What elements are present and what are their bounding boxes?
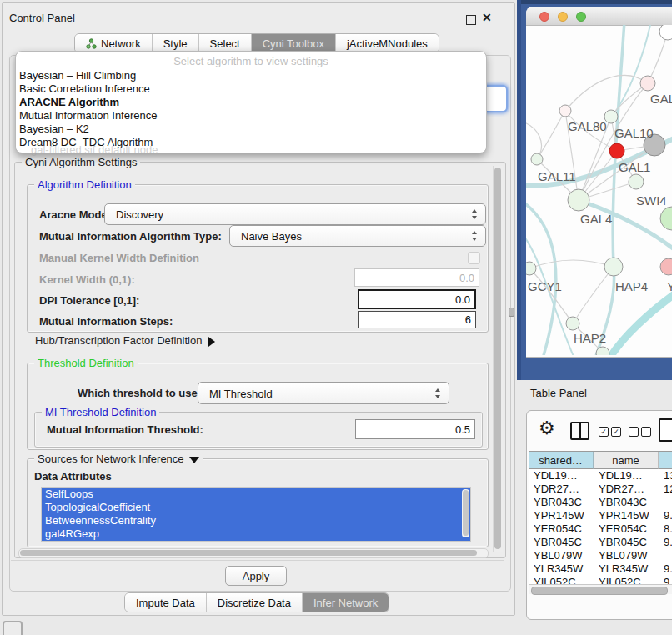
- aracne-mode-value: Discovery: [116, 208, 163, 221]
- tab-network[interactable]: Network: [75, 34, 152, 52]
- frame-top-edge: [517, 0, 672, 4]
- mi-threshold-definition-title: MI Threshold Definition: [42, 406, 159, 418]
- column-header-shared[interactable]: shared…: [529, 452, 594, 469]
- dropdown-placeholder: Select algorithm to view settings: [16, 55, 486, 68]
- node-hap2[interactable]: [566, 317, 579, 330]
- node-partial-top[interactable]: [659, 25, 672, 40]
- dropdown-item-aracne[interactable]: ARACNE Algorithm: [19, 96, 119, 109]
- node-partial-right[interactable]: [660, 207, 672, 230]
- tab-discretize-data[interactable]: Discretize Data: [206, 593, 302, 612]
- table-row[interactable]: YER054C YER054C 8.: [529, 522, 672, 536]
- which-threshold-combo[interactable]: MI Threshold: [198, 382, 449, 404]
- node-label: GCY1: [528, 279, 562, 293]
- dpi-tolerance-field[interactable]: 0.0: [358, 289, 476, 309]
- attribute-list-scrollbar[interactable]: [462, 489, 469, 538]
- settings-horizontal-scrollbar[interactable]: [18, 548, 489, 558]
- network-icon: [86, 38, 97, 49]
- table-row[interactable]: YBL079W YBL079W: [529, 549, 672, 562]
- dropdown-item[interactable]: Bayesian – Hill Climbing: [19, 69, 136, 82]
- kernel-width-field[interactable]: 0.0: [354, 268, 479, 287]
- dropdown-item[interactable]: Mutual Information Inference: [19, 109, 157, 122]
- network-window-titlebar[interactable]: [526, 7, 672, 26]
- table-row[interactable]: YDL19… YDL19… 13: [529, 469, 672, 482]
- sources-group-title[interactable]: Sources for Network Inference: [34, 452, 203, 465]
- tab-impute-data[interactable]: Impute Data: [125, 593, 206, 612]
- stepper-arrows-icon: [435, 388, 441, 398]
- expand-arrow-icon[interactable]: [208, 337, 215, 347]
- node-gal11[interactable]: [531, 153, 543, 165]
- table-row[interactable]: YLR345W YLR345W 9.: [529, 562, 672, 576]
- hub-tf-definition-label: Hub/Transcription Factor Definition: [35, 334, 202, 347]
- bottom-tabbar: Impute Data Discretize Data Infer Networ…: [124, 592, 389, 612]
- node-label: GAL11: [538, 169, 576, 183]
- collapse-arrow-icon[interactable]: [189, 457, 199, 463]
- table-row[interactable]: YDR27… YDR27… 12: [529, 482, 672, 496]
- node-swi4[interactable]: [629, 174, 644, 189]
- table-panel-title: Table Panel: [530, 387, 587, 399]
- manual-kernel-width-checkbox[interactable]: [468, 252, 480, 264]
- document-icon[interactable]: [659, 418, 672, 442]
- node-gal-partial[interactable]: [640, 76, 655, 91]
- mi-algorithm-type-combo[interactable]: Naive Bayes: [229, 225, 486, 247]
- unchecked-checkbox-icon[interactable]: [629, 427, 639, 437]
- checked-checkbox-icon[interactable]: ✓: [599, 427, 609, 437]
- algorithm-dropdown[interactable]: Select algorithm to view settings Bayesi…: [15, 51, 487, 153]
- dropdown-item[interactable]: Basic Correlation Inference: [19, 82, 150, 96]
- mi-steps-field[interactable]: 6: [358, 311, 476, 328]
- ghost-combo-text: gal-filtered.sif default node: [31, 143, 158, 156]
- aracne-mode-combo[interactable]: Discovery: [104, 203, 486, 225]
- column-header-partial[interactable]: [659, 452, 672, 469]
- algorithm-definition-title: Algorithm Definition: [34, 178, 135, 191]
- minimize-window-icon[interactable]: [558, 12, 568, 22]
- aracne-mode-label: Aracne Mode:: [39, 208, 111, 221]
- data-attributes-label: Data Attributes: [34, 470, 112, 482]
- node-label: Y: [667, 279, 672, 293]
- settings-vertical-scrollbar[interactable]: [493, 166, 503, 552]
- close-window-icon[interactable]: [539, 12, 549, 22]
- node-table[interactable]: shared… name YDL19… YDL19… 13 YDR27… YDR…: [529, 451, 672, 588]
- unchecked-checkbox-icon[interactable]: [641, 427, 651, 437]
- dropdown-item[interactable]: Bayesian – K2: [19, 122, 89, 136]
- table-row[interactable]: YBR045C YBR045C 9.: [529, 536, 672, 549]
- gear-icon[interactable]: ⚙: [539, 418, 555, 439]
- tab-style[interactable]: Style: [152, 34, 198, 52]
- mi-steps-label: Mutual Information Steps:: [39, 315, 173, 328]
- network-canvas[interactable]: GAL GAL80 GAL10 GAL1 GAL11 SWI4 GAL4 GCY…: [526, 25, 672, 355]
- attribute-item[interactable]: SelfLoops: [42, 488, 470, 501]
- node-label: HAP4: [615, 279, 648, 293]
- column-header-name[interactable]: name: [594, 452, 659, 469]
- node-gal4[interactable]: [568, 189, 589, 211]
- mi-threshold-field[interactable]: 0.5: [355, 419, 475, 439]
- tab-select[interactable]: Select: [198, 34, 251, 52]
- mini-corner-button[interactable]: [3, 621, 23, 635]
- checked-checkbox-icon[interactable]: ✓: [611, 427, 621, 437]
- network-labels: GAL GAL80 GAL10 GAL1 GAL11 SWI4 GAL4 GCY…: [528, 92, 672, 345]
- node-gal1-selected[interactable]: [609, 143, 624, 158]
- columns-icon[interactable]: [570, 422, 589, 440]
- apply-button[interactable]: Apply: [225, 566, 287, 586]
- which-threshold-value: MI Threshold: [209, 387, 273, 399]
- attribute-item[interactable]: BetweennessCentrality: [42, 514, 470, 528]
- tab-cyni-toolbox[interactable]: Cyni Toolbox: [251, 34, 335, 52]
- hub-tf-definition-row[interactable]: Hub/Transcription Factor Definition: [35, 334, 215, 347]
- node-hap4[interactable]: [604, 258, 623, 276]
- table-row[interactable]: YBR043C YBR043C: [529, 496, 672, 509]
- node-label: GAL4: [580, 212, 612, 226]
- zoom-window-icon[interactable]: [576, 12, 586, 22]
- close-icon[interactable]: ✕: [482, 11, 492, 24]
- mi-threshold-definition-group: MI Threshold Definition Mutual Informati…: [34, 412, 483, 448]
- node-y-partial[interactable]: [660, 258, 672, 275]
- tab-jactivemnodules[interactable]: jActiveMNodules: [335, 34, 439, 52]
- table-horizontal-scrollbar[interactable]: [529, 584, 672, 594]
- attribute-item[interactable]: TopologicalCoefficient: [42, 501, 470, 514]
- node-gcy1[interactable]: [526, 262, 536, 275]
- data-attributes-list[interactable]: SelfLoops TopologicalCoefficient Between…: [41, 487, 471, 542]
- tab-infer-network[interactable]: Infer Network: [302, 593, 389, 612]
- float-panel-icon[interactable]: [466, 15, 476, 25]
- table-row[interactable]: YPR145W YPR145W 9.: [529, 509, 672, 522]
- node-gal80[interactable]: [559, 105, 571, 117]
- table-panel-window: ⚙ ✓ ✓ shared… name YDL19… YDL19… 13 YDR2…: [526, 410, 672, 620]
- splitter-grip[interactable]: [509, 308, 514, 317]
- attribute-item[interactable]: gal4RGexp: [42, 528, 470, 541]
- node-label: GAL: [650, 92, 672, 106]
